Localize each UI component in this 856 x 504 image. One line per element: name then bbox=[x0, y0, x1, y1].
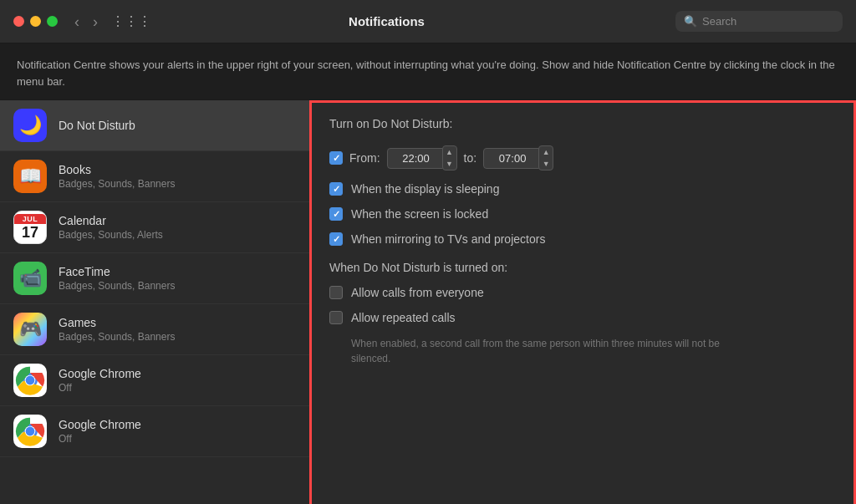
sidebar-item-books[interactable]: 📖 Books Badges, Sounds, Banners bbox=[0, 151, 309, 202]
from-time-group: ▲ ▼ bbox=[387, 145, 457, 171]
from-checkbox[interactable]: ✓ bbox=[329, 151, 343, 165]
main-content: 🌙 Do Not Disturb 📖 Books Badges, Sounds,… bbox=[0, 99, 856, 504]
chrome2-icon bbox=[13, 415, 47, 448]
to-time-input[interactable] bbox=[483, 148, 542, 169]
to-time-stepper[interactable]: ▲ ▼ bbox=[538, 145, 553, 171]
display-sleeping-row: ✓ When the display is sleeping bbox=[329, 182, 836, 196]
section2-title: When Do Not Disturb is turned on: bbox=[329, 261, 836, 274]
back-button[interactable]: ‹ bbox=[71, 13, 83, 31]
screen-locked-row: ✓ When the screen is locked bbox=[329, 207, 836, 221]
search-input[interactable] bbox=[702, 15, 834, 28]
mirroring-check-icon: ✓ bbox=[333, 235, 340, 244]
locked-check-icon: ✓ bbox=[333, 210, 340, 219]
allow-calls-row: Allow calls from everyone bbox=[329, 286, 836, 299]
from-time-input[interactable] bbox=[387, 148, 446, 169]
games-sub: Badges, Sounds, Banners bbox=[59, 331, 175, 343]
from-label: From: bbox=[349, 151, 380, 165]
facetime-sub: Badges, Sounds, Banners bbox=[59, 280, 175, 292]
sidebar: 🌙 Do Not Disturb 📖 Books Badges, Sounds,… bbox=[0, 100, 309, 504]
from-time-stepper[interactable]: ▲ ▼ bbox=[442, 145, 457, 171]
stepper-up-icon: ▲ bbox=[446, 148, 453, 156]
facetime-icon: 📹 bbox=[13, 262, 47, 295]
chrome2-name: Google Chrome bbox=[59, 418, 141, 431]
calendar-day: 17 bbox=[22, 224, 38, 242]
chrome2-sub: Off bbox=[59, 433, 141, 445]
svg-point-7 bbox=[26, 427, 35, 436]
sidebar-item-calendar[interactable]: JUL 17 Calendar Badges, Sounds, Alerts bbox=[0, 202, 309, 253]
to-stepper-down-icon: ▼ bbox=[543, 160, 550, 168]
books-name: Books bbox=[59, 163, 175, 176]
nav-buttons: ‹ › bbox=[71, 13, 101, 31]
display-check-icon: ✓ bbox=[333, 185, 340, 194]
display-sleeping-checkbox[interactable]: ✓ bbox=[329, 182, 343, 196]
chrome-svg bbox=[15, 365, 45, 395]
sidebar-item-facetime[interactable]: 📹 FaceTime Badges, Sounds, Banners bbox=[0, 253, 309, 304]
section1-title: Turn on Do Not Disturb: bbox=[329, 117, 836, 130]
calendar-icon: JUL 17 bbox=[13, 211, 47, 244]
screen-locked-checkbox[interactable]: ✓ bbox=[329, 207, 343, 221]
dnd-name: Do Not Disturb bbox=[59, 119, 135, 132]
mirroring-row: ✓ When mirroring to TVs and projectors bbox=[329, 232, 836, 246]
search-icon: 🔍 bbox=[684, 15, 697, 28]
to-time-group: ▲ ▼ bbox=[483, 145, 553, 171]
sidebar-item-chrome2[interactable]: Google Chrome Off bbox=[0, 406, 309, 457]
sidebar-item-games[interactable]: 🎮 Games Badges, Sounds, Banners bbox=[0, 304, 309, 355]
minimize-button[interactable] bbox=[30, 16, 41, 27]
games-name: Games bbox=[59, 316, 175, 329]
sidebar-item-chrome1[interactable]: Google Chrome Off bbox=[0, 355, 309, 406]
facetime-name: FaceTime bbox=[59, 265, 175, 278]
chrome2-svg bbox=[15, 416, 45, 446]
stepper-down-icon: ▼ bbox=[446, 160, 453, 168]
chrome1-sub: Off bbox=[59, 382, 141, 394]
svg-point-3 bbox=[26, 376, 35, 385]
chrome1-name: Google Chrome bbox=[59, 367, 141, 380]
maximize-button[interactable] bbox=[47, 16, 58, 27]
sidebar-item-dnd[interactable]: 🌙 Do Not Disturb bbox=[0, 100, 309, 151]
calendar-name: Calendar bbox=[59, 214, 163, 227]
hint-text: When enabled, a second call from the sam… bbox=[351, 336, 752, 366]
description-text: Notification Centre shows your alerts in… bbox=[0, 43, 856, 99]
close-button[interactable] bbox=[13, 16, 24, 27]
screen-locked-label: When the screen is locked bbox=[351, 207, 488, 221]
books-icon: 📖 bbox=[13, 160, 47, 193]
calendar-sub: Badges, Sounds, Alerts bbox=[59, 229, 163, 241]
allow-repeated-label: Allow repeated calls bbox=[351, 311, 456, 324]
allow-calls-label: Allow calls from everyone bbox=[351, 286, 484, 299]
allow-calls-checkbox[interactable] bbox=[329, 286, 343, 299]
allow-repeated-row: Allow repeated calls bbox=[329, 311, 836, 324]
games-icon: 🎮 bbox=[13, 313, 47, 346]
window-title: Notifications bbox=[98, 14, 675, 28]
allow-repeated-checkbox[interactable] bbox=[329, 311, 343, 324]
titlebar: ‹ › ⋮⋮⋮ Notifications 🔍 bbox=[0, 0, 856, 43]
to-label: to: bbox=[464, 151, 477, 165]
to-stepper-up-icon: ▲ bbox=[543, 148, 550, 156]
search-bar: 🔍 bbox=[675, 11, 843, 32]
traffic-lights bbox=[13, 16, 58, 27]
dnd-icon: 🌙 bbox=[13, 109, 47, 142]
right-panel: Turn on Do Not Disturb: ✓ From: ▲ ▼ to: … bbox=[309, 100, 856, 504]
time-from-row: ✓ From: ▲ ▼ to: ▲ ▼ bbox=[329, 145, 836, 171]
chrome1-icon bbox=[13, 364, 47, 397]
mirroring-label: When mirroring to TVs and projectors bbox=[351, 232, 545, 246]
mirroring-checkbox[interactable]: ✓ bbox=[329, 232, 343, 246]
books-sub: Badges, Sounds, Banners bbox=[59, 178, 175, 190]
calendar-month: JUL bbox=[14, 214, 46, 224]
display-sleeping-label: When the display is sleeping bbox=[351, 182, 499, 196]
checkbox-check-icon: ✓ bbox=[333, 154, 340, 163]
